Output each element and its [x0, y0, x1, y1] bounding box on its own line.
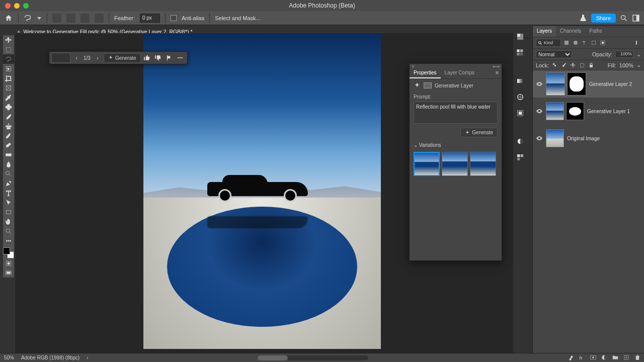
lock-position-icon[interactable] [570, 62, 576, 68]
variation-prev-button[interactable]: ‹ [71, 53, 82, 63]
visibility-toggle[interactable] [536, 80, 543, 87]
layer-mask-thumb[interactable] [566, 102, 584, 120]
layer-thumb[interactable] [546, 72, 565, 96]
zoom-tool[interactable] [3, 226, 14, 236]
home-button[interactable] [4, 14, 13, 23]
quick-mask-button[interactable] [3, 258, 14, 268]
chevron-right-icon[interactable]: › [87, 355, 88, 360]
layer-mask-icon[interactable] [590, 354, 597, 361]
edit-toolbar-button[interactable] [3, 236, 14, 245]
screen-mode-button[interactable] [3, 268, 14, 278]
pen-tool[interactable] [3, 178, 14, 188]
gradients-panel-icon[interactable] [516, 76, 525, 85]
dodge-tool[interactable] [3, 169, 14, 178]
dropdown-caret-icon[interactable] [37, 16, 42, 21]
tab-channels[interactable]: Channels [556, 26, 585, 37]
clone-stamp-tool[interactable] [3, 121, 14, 131]
crop-tool[interactable] [3, 73, 14, 83]
layer-thumb[interactable] [546, 129, 564, 147]
filter-type-icon[interactable]: T [581, 39, 588, 46]
share-button[interactable]: Share [591, 14, 616, 23]
lock-all-icon[interactable] [588, 62, 594, 68]
swatches-panel-icon[interactable] [516, 48, 525, 57]
selection-add-button[interactable] [66, 14, 75, 23]
chevron-down-icon[interactable]: ⌄ [636, 62, 641, 68]
tab-paths[interactable]: Paths [585, 26, 606, 37]
visibility-toggle[interactable] [536, 135, 543, 142]
thumbs-up-button[interactable] [142, 53, 152, 63]
move-tool[interactable] [3, 35, 14, 45]
layer-mask-thumb[interactable] [567, 72, 586, 96]
selection-new-button[interactable] [52, 14, 61, 23]
layer-name[interactable]: Generative Layer 2 [589, 81, 632, 87]
history-brush-tool[interactable] [3, 131, 14, 140]
variation-thumb-3[interactable] [470, 152, 496, 176]
layer-thumb[interactable] [546, 102, 564, 120]
filter-pixel-icon[interactable] [563, 39, 570, 46]
marquee-tool[interactable] [3, 45, 14, 54]
more-options-button[interactable] [175, 53, 185, 63]
new-layer-icon[interactable] [623, 354, 630, 361]
thumbs-down-button[interactable] [153, 53, 163, 63]
layer-filter-kind[interactable]: Kind [536, 39, 561, 47]
selection-subtract-button[interactable] [80, 14, 90, 23]
adjustment-layer-icon[interactable] [601, 354, 608, 361]
lock-artboard-icon[interactable] [579, 62, 585, 68]
styles-panel-icon[interactable] [516, 153, 525, 162]
color-swatch[interactable] [3, 247, 14, 258]
horizontal-scrollbar[interactable] [258, 355, 368, 360]
properties-generate-button[interactable]: Generate [460, 128, 498, 137]
generate-button[interactable]: Generate [104, 53, 141, 63]
delete-layer-icon[interactable] [634, 354, 641, 361]
flag-button[interactable] [164, 53, 174, 63]
variation-thumb-2[interactable] [442, 152, 468, 176]
adjustments-panel-icon[interactable] [516, 137, 525, 146]
panel-close-button[interactable]: × [412, 64, 415, 68]
eraser-tool[interactable] [3, 140, 14, 150]
workspace-icon[interactable] [632, 14, 640, 22]
spot-heal-tool[interactable] [3, 102, 14, 112]
panel-collapse-button[interactable]: ⟷ [493, 64, 500, 68]
tab-properties[interactable]: Properties [410, 68, 441, 78]
link-layers-icon[interactable] [568, 354, 575, 361]
feather-input[interactable] [140, 14, 160, 23]
filter-adjustment-icon[interactable] [572, 39, 579, 46]
filter-smart-icon[interactable] [599, 39, 606, 46]
layer-row[interactable]: Generative Layer 2 [533, 70, 644, 98]
lock-pixels-icon[interactable] [561, 62, 567, 68]
hand-tool[interactable] [3, 217, 14, 226]
filter-toggle[interactable] [634, 39, 641, 46]
layer-row[interactable]: Generative Layer 1 [533, 98, 644, 125]
object-selection-tool[interactable] [3, 64, 14, 73]
patterns-panel-icon[interactable] [516, 93, 525, 102]
close-window-button[interactable] [5, 3, 11, 9]
tab-layer-comps[interactable]: Layer Comps [441, 68, 478, 78]
beaker-icon[interactable] [579, 14, 587, 22]
minimize-window-button[interactable] [14, 3, 20, 9]
layer-name[interactable]: Generative Layer 1 [587, 109, 630, 114]
gradient-tool[interactable] [3, 150, 14, 159]
eyedropper-tool[interactable] [3, 93, 14, 102]
variation-thumb-1[interactable] [414, 152, 440, 176]
variation-next-button[interactable]: › [93, 53, 103, 63]
variations-toggle[interactable]: ⌄ Variations [410, 140, 502, 150]
zoom-window-button[interactable] [23, 3, 29, 9]
layer-row[interactable]: Original Image [533, 125, 644, 152]
libraries-panel-icon[interactable] [516, 109, 525, 118]
opacity-input[interactable]: 100% [615, 51, 633, 58]
color-profile[interactable]: Adobe RGB (1998) (8bpc) [21, 355, 79, 360]
fill-input[interactable]: 100% [619, 62, 633, 68]
search-icon[interactable] [620, 14, 628, 22]
rectangle-tool[interactable] [3, 207, 14, 217]
select-and-mask-button[interactable]: Select and Mask... [215, 15, 261, 21]
taskbar-prompt-input[interactable] [51, 53, 70, 63]
selection-intersect-button[interactable] [95, 14, 104, 23]
frame-tool[interactable] [3, 83, 14, 93]
brush-tool[interactable] [3, 112, 14, 121]
chevron-down-icon[interactable]: ⌄ [636, 51, 641, 58]
lasso-tool[interactable] [3, 54, 14, 64]
tab-layers[interactable]: Layers [533, 26, 556, 37]
blur-tool[interactable] [3, 159, 14, 169]
visibility-toggle[interactable] [536, 108, 543, 115]
blend-mode-select[interactable]: Normal [536, 50, 572, 58]
